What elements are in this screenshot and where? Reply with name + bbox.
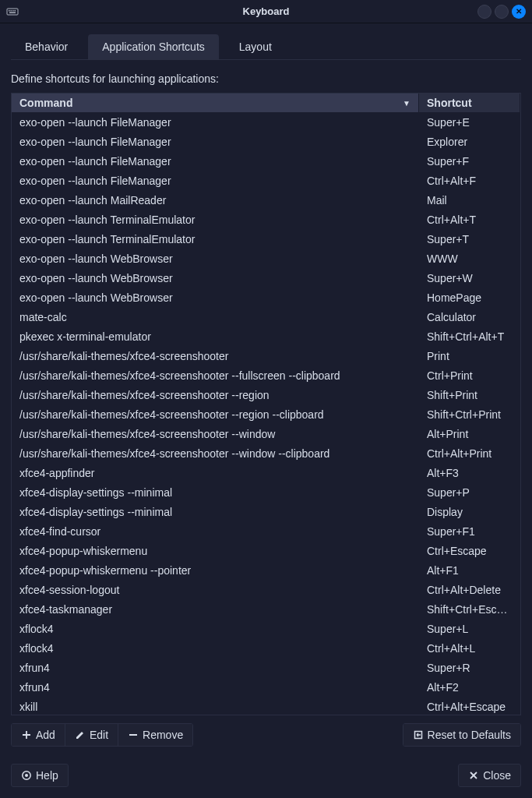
- description-label: Define shortcuts for launching applicati…: [11, 72, 521, 85]
- dialog-footer: Help Close: [0, 757, 532, 798]
- cell-shortcut: Super+E: [419, 114, 520, 131]
- table-row[interactable]: xfce4-find-cursorSuper+F1: [12, 521, 520, 541]
- table-row[interactable]: exo-open --launch FileManagerExplorer: [12, 132, 520, 151]
- keyboard-icon: [6, 5, 19, 18]
- cell-shortcut: Ctrl+Alt+Print: [419, 445, 520, 462]
- svg-rect-4: [15, 10, 16, 12]
- table-row[interactable]: xfrun4Alt+F2: [12, 677, 520, 697]
- help-button[interactable]: Help: [11, 764, 69, 787]
- cell-command: xflock4: [12, 620, 419, 637]
- table-row[interactable]: exo-open --launch FileManagerCtrl+Alt+F: [12, 171, 520, 190]
- table-row[interactable]: exo-open --launch TerminalEmulatorCtrl+A…: [12, 210, 520, 229]
- remove-button[interactable]: Remove: [118, 724, 192, 746]
- maximize-button[interactable]: [495, 5, 509, 19]
- minimize-button[interactable]: [477, 5, 491, 19]
- reset-button-label: Reset to Defaults: [428, 729, 511, 741]
- table-row[interactable]: mate-calcCalculator: [12, 307, 520, 327]
- table-row[interactable]: xflock4Ctrl+Alt+L: [12, 638, 520, 658]
- tab-behavior[interactable]: Behavior: [11, 34, 82, 59]
- table-row[interactable]: xfce4-display-settings --minimalDisplay: [12, 502, 520, 521]
- cell-command: /usr/share/kali-themes/xfce4-screenshoot…: [12, 406, 419, 423]
- cell-command: /usr/share/kali-themes/xfce4-screenshoot…: [12, 387, 419, 404]
- close-window-button[interactable]: [512, 5, 526, 19]
- cell-shortcut: Shift+Ctrl+Alt+T: [419, 328, 520, 345]
- table-row[interactable]: exo-open --launch WebBrowserSuper+W: [12, 268, 520, 288]
- table-row[interactable]: /usr/share/kali-themes/xfce4-screenshoot…: [12, 424, 520, 443]
- table-row[interactable]: xkillCtrl+Alt+Escape: [12, 697, 520, 715]
- close-icon: [468, 770, 479, 781]
- cell-command: /usr/share/kali-themes/xfce4-screenshoot…: [12, 425, 419, 443]
- cell-shortcut: Shift+Ctrl+Print: [419, 406, 520, 423]
- cell-shortcut: Ctrl+Alt+Delete: [419, 581, 520, 598]
- add-button-label: Add: [36, 729, 55, 741]
- table-row[interactable]: xfce4-popup-whiskermenuCtrl+Escape: [12, 541, 520, 560]
- cell-command: exo-open --launch WebBrowser: [12, 270, 419, 287]
- cell-shortcut: Ctrl+Escape: [419, 542, 520, 560]
- table-row[interactable]: xfce4-display-settings --minimalSuper+P: [12, 482, 520, 502]
- close-button[interactable]: Close: [458, 764, 521, 787]
- cell-shortcut: Super+R: [419, 659, 520, 676]
- edit-button-group: Add Edit Remove: [11, 723, 193, 747]
- cell-shortcut: Print: [419, 348, 520, 365]
- cell-command: xkill: [12, 698, 419, 715]
- revert-icon: [413, 729, 424, 740]
- cell-command: exo-open --launch FileManager: [12, 153, 419, 170]
- cell-command: exo-open --launch MailReader: [12, 192, 419, 209]
- cell-command: xfce4-appfinder: [12, 464, 419, 482]
- table-row[interactable]: xfrun4Super+R: [12, 658, 520, 677]
- help-button-label: Help: [36, 769, 58, 782]
- cell-command: /usr/share/kali-themes/xfce4-screenshoot…: [12, 445, 419, 462]
- table-row[interactable]: pkexec x-terminal-emulatorShift+Ctrl+Alt…: [12, 327, 520, 346]
- cell-shortcut: Ctrl+Alt+L: [419, 640, 520, 657]
- svg-rect-3: [12, 10, 14, 12]
- table-row[interactable]: xflock4Super+L: [12, 619, 520, 638]
- reset-button-group: Reset to Defaults: [403, 723, 521, 747]
- table-row[interactable]: xfce4-appfinderAlt+F3: [12, 463, 520, 482]
- help-icon: [21, 770, 32, 781]
- cell-command: exo-open --launch FileManager: [12, 172, 419, 189]
- table-row[interactable]: exo-open --launch FileManagerSuper+F: [12, 151, 520, 171]
- svg-rect-5: [9, 12, 16, 13]
- column-header-command-label: Command: [19, 97, 72, 109]
- cell-command: xfce4-taskmanager: [12, 601, 419, 618]
- table-row[interactable]: exo-open --launch WebBrowserHomePage: [12, 288, 520, 307]
- add-button[interactable]: Add: [12, 724, 65, 746]
- table-row[interactable]: /usr/share/kali-themes/xfce4-screenshoot…: [12, 365, 520, 385]
- svg-rect-2: [11, 10, 12, 12]
- table-row[interactable]: exo-open --launch WebBrowserWWW: [12, 249, 520, 268]
- table-row[interactable]: /usr/share/kali-themes/xfce4-screenshoot…: [12, 443, 520, 463]
- cell-command: xfce4-display-settings --minimal: [12, 503, 419, 521]
- cell-command: exo-open --launch WebBrowser: [12, 250, 419, 267]
- table-row[interactable]: exo-open --launch MailReaderMail: [12, 190, 520, 210]
- tab-application-shortcuts[interactable]: Application Shortcuts: [88, 34, 219, 59]
- column-header-shortcut[interactable]: Shortcut: [419, 94, 520, 112]
- cell-command: exo-open --launch WebBrowser: [12, 289, 419, 306]
- table-body: exo-open --launch FileManagerSuper+Eexo-…: [12, 112, 520, 715]
- table-row[interactable]: exo-open --launch FileManagerSuper+E: [12, 112, 520, 132]
- cell-command: xfce4-popup-whiskermenu: [12, 542, 419, 560]
- edit-button[interactable]: Edit: [65, 724, 118, 746]
- cell-shortcut: Ctrl+Alt+T: [419, 211, 520, 228]
- table-row[interactable]: xfce4-popup-whiskermenu --pointerAlt+F1: [12, 560, 520, 580]
- remove-button-label: Remove: [143, 729, 183, 741]
- titlebar: Keyboard: [0, 0, 532, 23]
- table-row[interactable]: exo-open --launch TerminalEmulatorSuper+…: [12, 229, 520, 249]
- table-row[interactable]: /usr/share/kali-themes/xfce4-screenshoot…: [12, 346, 520, 365]
- cell-command: xfrun4: [12, 659, 419, 676]
- cell-shortcut: Ctrl+Print: [419, 367, 520, 384]
- table-row[interactable]: xfce4-session-logoutCtrl+Alt+Delete: [12, 580, 520, 599]
- cell-shortcut: Explorer: [419, 133, 520, 150]
- cell-shortcut: Mail: [419, 192, 520, 209]
- cell-shortcut: Super+F1: [419, 523, 520, 540]
- table-row[interactable]: /usr/share/kali-themes/xfce4-screenshoot…: [12, 404, 520, 424]
- table-row[interactable]: /usr/share/kali-themes/xfce4-screenshoot…: [12, 385, 520, 404]
- tab-layout[interactable]: Layout: [225, 34, 286, 59]
- cell-command: xfce4-popup-whiskermenu --pointer: [12, 562, 419, 579]
- cell-command: xfrun4: [12, 679, 419, 696]
- cell-shortcut: Alt+Print: [419, 425, 520, 443]
- close-button-label: Close: [483, 769, 511, 782]
- reset-defaults-button[interactable]: Reset to Defaults: [403, 724, 520, 746]
- column-header-command[interactable]: Command ▼: [12, 94, 419, 112]
- table-row[interactable]: xfce4-taskmanagerShift+Ctrl+Escape: [12, 599, 520, 619]
- cell-command: pkexec x-terminal-emulator: [12, 328, 419, 345]
